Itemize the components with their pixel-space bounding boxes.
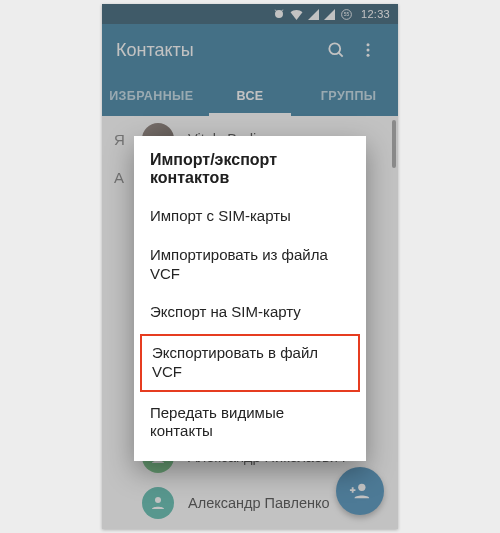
stage: 55 12:33 Контакты ИЗБРАННЫЕ ВСЕ ГРУППЫ Я… [0, 0, 500, 533]
dialog-item-export-vcf[interactable]: Экспортировать в файл VCF [140, 334, 360, 392]
phone-frame: 55 12:33 Контакты ИЗБРАННЫЕ ВСЕ ГРУППЫ Я… [102, 4, 398, 529]
dialog-item-import-sim[interactable]: Импорт с SIM-карты [134, 197, 366, 236]
import-export-dialog: Импорт/экспорт контактов Импорт с SIM-ка… [134, 136, 366, 461]
dialog-item-import-vcf[interactable]: Импортировать из файла VCF [134, 236, 366, 294]
dialog-item-export-sim[interactable]: Экспорт на SIM-карту [134, 293, 366, 332]
dialog-item-share-visible[interactable]: Передать видимые контакты [134, 394, 366, 452]
dialog-title: Импорт/экспорт контактов [134, 151, 366, 197]
